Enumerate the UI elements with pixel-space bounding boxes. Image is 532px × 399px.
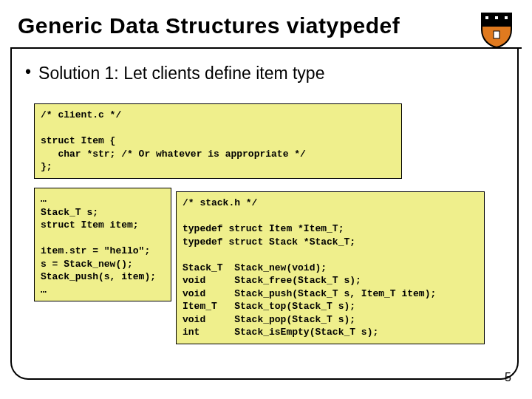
bullet-1: •Solution 1: Let clients define item typ… xyxy=(25,64,324,83)
svg-rect-1 xyxy=(495,16,498,19)
code-box-client-struct: /* client.c */ struct Item { char *str; … xyxy=(34,103,402,179)
slide-title: Generic Data Structures viatypedef xyxy=(18,13,400,38)
page-number: 5 xyxy=(505,371,511,384)
bullet-dot-icon: • xyxy=(25,62,31,82)
svg-rect-2 xyxy=(505,16,508,19)
svg-rect-3 xyxy=(494,31,499,38)
bullet-1-text: Solution 1: Let clients define item type xyxy=(38,64,324,83)
code-box-stack-header: /* stack.h */ typedef struct Item *Item_… xyxy=(176,191,485,344)
svg-rect-0 xyxy=(485,16,488,19)
code-box-client-usage: … Stack_T s; struct Item item; item.str … xyxy=(34,188,171,301)
slide: Generic Data Structures viatypedef •Solu… xyxy=(0,0,532,399)
princeton-shield-icon xyxy=(479,10,514,47)
